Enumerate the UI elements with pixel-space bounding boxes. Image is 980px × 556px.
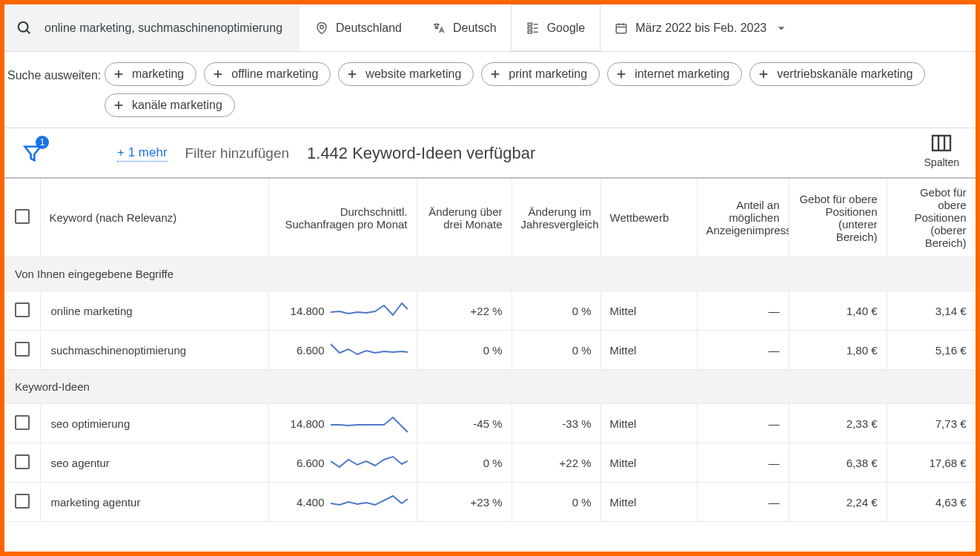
columns-icon xyxy=(931,134,952,152)
svg-rect-3 xyxy=(528,23,532,25)
idea-count-label: 1.442 Keyword-Ideen verfügbar xyxy=(307,144,535,163)
col-avg-searches[interactable]: Durchschnittl. Suchanfragen pro Monat xyxy=(268,179,417,257)
plus-icon xyxy=(113,99,125,111)
broaden-chip[interactable]: website marketing xyxy=(338,62,474,86)
sparkline xyxy=(331,299,408,322)
col-change-yoy[interactable]: Änderung im Jahresvergleich xyxy=(511,179,600,257)
cell-bid-high: 3,14 € xyxy=(887,291,976,331)
table-section-header: Von Ihnen eingegebene Begriffe xyxy=(4,257,976,291)
cell-impression-share: — xyxy=(697,404,789,443)
cell-avg-searches: 6.600 xyxy=(268,443,417,483)
svg-rect-5 xyxy=(528,30,532,33)
cell-keyword: seo agentur xyxy=(40,443,268,483)
location-icon xyxy=(315,21,328,35)
col-bid-high[interactable]: Gebot für obere Positionen (oberer Berei… xyxy=(887,179,976,257)
cell-keyword: online marketing xyxy=(40,291,268,331)
cell-bid-low: 2,33 € xyxy=(789,404,887,443)
search-value: online marketing, suchmaschinenoptimieru… xyxy=(44,21,282,36)
cell-bid-low: 1,40 € xyxy=(789,291,887,331)
results-table: Keyword (nach Relevanz) Durchschnittl. S… xyxy=(4,179,976,522)
filter-funnel-button[interactable]: 1 xyxy=(18,140,47,167)
broaden-chip[interactable]: print marketing xyxy=(481,62,600,86)
plus-icon xyxy=(113,68,125,80)
cell-bid-high: 5,16 € xyxy=(887,331,976,370)
sparkline xyxy=(331,451,408,474)
chip-container: marketingoffline marketingwebsite market… xyxy=(105,62,976,117)
col-bid-low[interactable]: Gebot für obere Positionen (unterer Bere… xyxy=(789,179,887,257)
select-all-checkbox[interactable] xyxy=(15,209,30,224)
svg-point-0 xyxy=(19,21,28,31)
cell-competition: Mittel xyxy=(600,291,697,331)
cell-keyword: seo optimierung xyxy=(40,404,268,443)
broaden-chip[interactable]: vertriebskanäle marketing xyxy=(749,62,925,86)
cell-change-yoy: 0 % xyxy=(511,483,600,522)
cell-change-yoy: 0 % xyxy=(511,331,600,370)
cell-avg-searches: 14.800 xyxy=(268,291,417,331)
col-keyword[interactable]: Keyword (nach Relevanz) xyxy=(40,179,268,257)
broaden-search-row: Suche ausweiten: marketingoffline market… xyxy=(4,52,976,128)
table-section-header: Keyword-Ideen xyxy=(4,370,976,404)
cell-competition: Mittel xyxy=(600,483,697,522)
columns-button[interactable]: Spalten xyxy=(924,134,959,168)
broaden-label: Suche ausweiten: xyxy=(4,62,105,84)
chevron-down-icon xyxy=(774,21,789,36)
plus-icon xyxy=(346,68,358,80)
cell-keyword: suchmaschinenoptimierung xyxy=(40,331,268,370)
cell-competition: Mittel xyxy=(600,331,697,370)
results-table-container: Keyword (nach Relevanz) Durchschnittl. S… xyxy=(4,179,976,552)
cell-impression-share: — xyxy=(697,291,789,331)
date-range-selector[interactable]: März 2022 bis Feb. 2023 xyxy=(600,4,798,52)
svg-point-2 xyxy=(320,25,324,29)
cell-competition: Mittel xyxy=(600,443,697,483)
plus-icon xyxy=(489,68,501,80)
row-checkbox[interactable] xyxy=(15,494,30,509)
broaden-chip[interactable]: kanäle marketing xyxy=(105,93,235,117)
cell-avg-searches: 6.600 xyxy=(268,331,417,370)
more-filters-link[interactable]: + 1 mehr xyxy=(117,145,168,162)
search-input[interactable]: online marketing, suchmaschinenoptimieru… xyxy=(4,4,299,51)
sparkline xyxy=(331,490,408,514)
location-selector[interactable]: Deutschland xyxy=(299,4,417,51)
sparkline xyxy=(331,338,408,362)
broaden-chip[interactable]: offline marketing xyxy=(204,62,331,86)
table-row: online marketing14.800+22 %0 %Mittel—1,4… xyxy=(4,291,976,331)
cell-change-3m: 0 % xyxy=(417,443,511,483)
add-filter-button[interactable]: Filter hinzufügen xyxy=(185,145,289,162)
table-row: suchmaschinenoptimierung6.6000 %0 %Mitte… xyxy=(4,331,976,370)
search-icon xyxy=(16,20,33,36)
cell-bid-high: 7,73 € xyxy=(887,404,976,443)
top-bar: online marketing, suchmaschinenoptimieru… xyxy=(4,4,976,52)
broaden-chip[interactable]: marketing xyxy=(105,62,196,86)
col-change-3m[interactable]: Änderung über drei Monate xyxy=(417,179,511,257)
filter-count-badge: 1 xyxy=(36,136,49,149)
plus-icon xyxy=(758,68,769,80)
cell-impression-share: — xyxy=(697,443,789,483)
col-impression-share[interactable]: Anteil an möglichen Anzeigenimpressionen xyxy=(697,179,789,257)
table-row: seo optimierung14.800-45 %-33 %Mittel—2,… xyxy=(4,404,976,443)
cell-bid-low: 2,24 € xyxy=(789,483,887,522)
cell-change-3m: -45 % xyxy=(417,404,511,443)
broaden-chip[interactable]: internet marketing xyxy=(607,62,742,86)
network-icon xyxy=(526,21,540,35)
network-selector[interactable]: Google xyxy=(511,4,601,51)
row-checkbox[interactable] xyxy=(15,342,30,357)
cell-impression-share: — xyxy=(697,483,789,522)
row-checkbox[interactable] xyxy=(15,302,30,317)
keyword-planner-app: online marketing, suchmaschinenoptimieru… xyxy=(4,4,976,552)
language-selector[interactable]: Deutsch xyxy=(417,4,511,51)
cell-avg-searches: 4.400 xyxy=(268,483,417,522)
calendar-icon xyxy=(615,21,628,35)
plus-icon xyxy=(615,68,627,80)
cell-change-3m: +22 % xyxy=(417,291,511,331)
cell-bid-low: 6,38 € xyxy=(789,443,887,483)
svg-rect-4 xyxy=(528,27,532,29)
row-checkbox[interactable] xyxy=(15,415,30,430)
cell-competition: Mittel xyxy=(600,404,697,443)
row-checkbox[interactable] xyxy=(15,454,30,469)
table-header-row: Keyword (nach Relevanz) Durchschnittl. S… xyxy=(4,179,976,257)
col-competition[interactable]: Wettbewerb xyxy=(600,179,697,257)
svg-line-1 xyxy=(27,30,30,33)
svg-rect-27 xyxy=(933,136,950,150)
translate-icon xyxy=(432,21,446,35)
cell-change-3m: +23 % xyxy=(417,483,511,522)
